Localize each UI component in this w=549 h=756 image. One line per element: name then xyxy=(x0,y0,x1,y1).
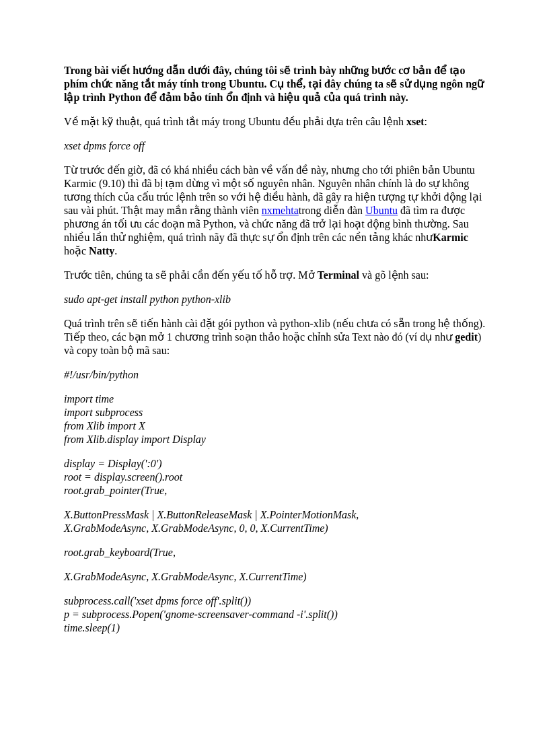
text: Về mặt kỹ thuật, quá trình tắt máy trong… xyxy=(64,116,406,127)
code-subprocess: subprocess.call('xset dpms force off'.sp… xyxy=(64,594,488,635)
text: Trước tiên, chúng ta sẽ phải cần đến yếu… xyxy=(64,269,318,281)
code-grabmode: X.GrabModeAsync, X.GrabModeAsync, X.Curr… xyxy=(64,570,488,584)
install-paragraph: Quá trình trên sẽ tiến hành cài đặt gói … xyxy=(64,317,488,357)
text: . xyxy=(114,245,117,256)
code-line: from Xlib.display import Display xyxy=(64,433,488,446)
code-imports: import time import subprocess from Xlib … xyxy=(64,392,488,446)
code-pointer: X.ButtonPressMask | X.ButtonReleaseMask … xyxy=(64,508,488,535)
text: Quá trình trên sẽ tiến hành cài đặt gói … xyxy=(64,318,485,343)
history-paragraph: Từ trước đến giờ, đã có khá nhiều cách b… xyxy=(64,164,488,258)
text: : xyxy=(425,116,427,127)
link-nxmehta[interactable]: nxmehta xyxy=(262,205,299,216)
text-karmic: Karmic xyxy=(433,232,468,243)
code-display: display = Display(':0') root = display.s… xyxy=(64,457,488,497)
link-ubuntu[interactable]: Ubuntu xyxy=(365,205,398,216)
code-shebang: #!/usr/bin/python xyxy=(64,368,488,382)
text-terminal: Terminal xyxy=(318,269,360,281)
code-line: display = Display(':0') xyxy=(64,457,488,471)
code-keyboard: root.grab_keyboard(True, xyxy=(64,546,488,559)
document-page: Trong bài viết hướng dẫn dưới đây, chúng… xyxy=(0,0,549,756)
code-line: import time xyxy=(64,392,488,406)
code-line: X.ButtonPressMask | X.ButtonReleaseMask … xyxy=(64,508,488,522)
command-xset: xset dpms force off xyxy=(64,139,488,153)
code-line: root = display.screen().root xyxy=(64,471,488,484)
command-apt-get: sudo apt-get install python python-xlib xyxy=(64,293,488,306)
code-line: subprocess.call('xset dpms force off'.sp… xyxy=(64,594,488,608)
code-line: from Xlib import X xyxy=(64,419,488,433)
code-line: X.GrabModeAsync, X.GrabModeAsync, 0, 0, … xyxy=(64,522,488,535)
text: trong diễn đàn xyxy=(299,205,365,216)
tech-paragraph: Về mặt kỹ thuật, quá trình tắt máy trong… xyxy=(64,115,488,129)
intro-paragraph: Trong bài viết hướng dẫn dưới đây, chúng… xyxy=(64,64,488,104)
code-line: import subprocess xyxy=(64,406,488,419)
code-line: p = subprocess.Popen('gnome-screensaver-… xyxy=(64,608,488,621)
text: hoặc xyxy=(64,245,89,256)
prereq-paragraph: Trước tiên, chúng ta sẽ phải cần đến yếu… xyxy=(64,269,488,282)
cmd-xset: xset xyxy=(406,116,425,127)
text: và gõ lệnh sau: xyxy=(359,269,429,281)
text-natty: Natty xyxy=(89,245,114,256)
code-line: root.grab_pointer(True, xyxy=(64,484,488,497)
code-line: time.sleep(1) xyxy=(64,621,488,635)
text-gedit: gedit xyxy=(455,331,478,343)
